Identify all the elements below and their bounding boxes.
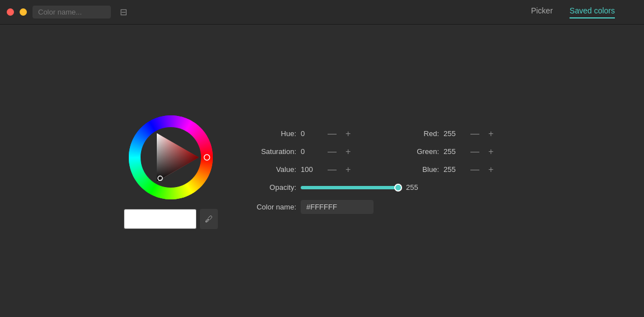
red-label: Red: xyxy=(394,129,439,138)
saturation-increment[interactable]: + xyxy=(343,146,353,157)
color-name-input[interactable] xyxy=(32,6,111,18)
hue-control: Hue: 0 — + xyxy=(251,128,377,139)
green-decrement[interactable]: — xyxy=(468,146,482,157)
blue-decrement[interactable]: — xyxy=(468,164,482,175)
value-label: Value: xyxy=(251,165,296,174)
opacity-track xyxy=(301,186,402,189)
hue-label: Hue: xyxy=(251,129,296,138)
opacity-slider[interactable] xyxy=(301,182,402,193)
opacity-row: Opacity: 255 xyxy=(251,182,520,193)
save-icon[interactable]: ⊟ xyxy=(120,7,127,17)
value-value: 100 xyxy=(301,165,321,174)
hue-value: 0 xyxy=(301,129,321,138)
opacity-value: 255 xyxy=(406,183,426,192)
opacity-label: Opacity: xyxy=(251,183,296,192)
saturation-label: Saturation: xyxy=(251,147,296,156)
blue-increment[interactable]: + xyxy=(486,164,496,175)
saturation-decrement[interactable]: — xyxy=(325,146,339,157)
value-control: Value: 100 — + xyxy=(251,164,377,175)
minimize-button[interactable] xyxy=(20,8,27,16)
saturation-control: Saturation: 0 — + xyxy=(251,146,377,157)
color-preview xyxy=(124,209,197,229)
tab-saved-colors[interactable]: Saved colors xyxy=(570,6,615,18)
color-name-label: Color name: xyxy=(251,203,296,211)
red-increment[interactable]: + xyxy=(486,128,496,139)
hue-decrement[interactable]: — xyxy=(325,128,339,139)
color-wheel[interactable] xyxy=(126,113,216,202)
rgb-group: Red: 255 — + Green: 255 — + Blue: 255 — xyxy=(394,128,520,175)
color-name-field[interactable] xyxy=(301,200,374,214)
tabs: Picker Saved colors xyxy=(531,6,615,18)
green-value: 255 xyxy=(444,147,464,156)
red-decrement[interactable]: — xyxy=(468,128,482,139)
green-label: Green: xyxy=(394,147,439,156)
controls-section: Hue: 0 — + Saturation: 0 — + Value: 100 … xyxy=(251,128,520,214)
green-increment[interactable]: + xyxy=(486,146,496,157)
tab-picker[interactable]: Picker xyxy=(531,6,553,18)
saturation-value: 0 xyxy=(301,147,321,156)
opacity-thumb[interactable] xyxy=(394,184,402,192)
main-content: 🖋 Hue: 0 — + Saturation: 0 — + xyxy=(0,25,644,317)
hue-increment[interactable]: + xyxy=(343,128,353,139)
color-name-row: Color name: xyxy=(251,200,520,214)
eyedropper-button[interactable]: 🖋 xyxy=(200,209,218,229)
blue-value: 255 xyxy=(444,165,464,174)
blue-control: Blue: 255 — + xyxy=(394,164,520,175)
titlebar: ⊟ Picker Saved colors xyxy=(0,0,644,25)
red-value: 255 xyxy=(444,129,464,138)
value-decrement[interactable]: — xyxy=(325,164,339,175)
hsv-group: Hue: 0 — + Saturation: 0 — + Value: 100 … xyxy=(251,128,377,175)
blue-label: Blue: xyxy=(394,165,439,174)
value-increment[interactable]: + xyxy=(343,164,353,175)
wheel-section: 🖋 xyxy=(124,113,218,229)
controls-row: Hue: 0 — + Saturation: 0 — + Value: 100 … xyxy=(251,128,520,175)
close-button[interactable] xyxy=(7,8,14,16)
wheel-canvas[interactable] xyxy=(126,113,216,202)
eyedropper-icon: 🖋 xyxy=(205,215,213,223)
green-control: Green: 255 — + xyxy=(394,146,520,157)
red-control: Red: 255 — + xyxy=(394,128,520,139)
color-preview-row: 🖋 xyxy=(124,209,218,229)
